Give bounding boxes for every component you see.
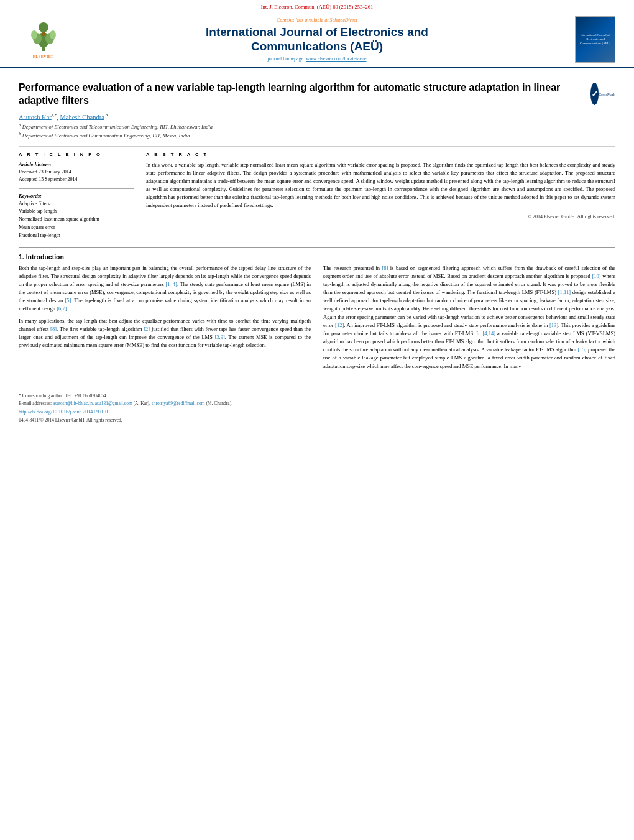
svg-point-7 [39,22,48,32]
homepage-label: journal homepage: [268,56,305,62]
sciencedirect-brand: ScienceDirect [329,17,357,23]
sciencedirect-line: Contents lists available at ScienceDirec… [68,17,566,23]
affiliation-b: b Department of Electronics and Communic… [19,131,615,140]
journal-cover-thumbnail: International Journal of Electronics and… [575,16,615,63]
top-banner: Int. J. Electron. Commun. (AEÜ) 69 (2015… [0,0,634,11]
section-title: 1. Introduction [19,253,615,261]
author-1-name[interactable]: Asutosh Kar [19,113,52,120]
journal-citation: Int. J. Electron. Commun. (AEÜ) 69 (2015… [261,4,374,10]
abstract-column: A B S T R A C T In this work, a variable… [146,152,615,240]
history-title: Article history: [19,161,134,167]
journal-center-info: Contents lists available at ScienceDirec… [68,17,566,62]
ref-2[interactable]: [2] [144,326,150,332]
article-info-abstract-section: A R T I C L E I N F O Article history: R… [19,146,615,240]
doi-url[interactable]: http://dx.doi.org/10.1016/j.aeue.2014.09… [19,409,108,415]
author-1-sup: a,* [52,113,57,118]
ref-8b[interactable]: [8] [382,265,388,271]
sciencedirect-prefix: Contents lists available at [277,17,328,23]
journal-header: ELSEVIER Contents lists available at Sci… [0,11,634,68]
ref-3-9[interactable]: [3,9] [215,334,225,340]
footer-section: * Corresponding author. Tel.: +91 865820… [19,381,615,423]
intro-para-3: The research presented in [8] is based o… [323,264,615,371]
ref-8[interactable]: [8] [50,326,57,332]
ref-4-14[interactable]: [4,14] [482,330,495,336]
journal-title: International Journal of Electronics and… [68,25,566,54]
article-title: Performance evaluation of a new variable… [19,81,590,108]
homepage-url[interactable]: www.elsevier.com/locate/aeue [306,56,366,62]
elsevier-text: ELSEVIER [33,55,54,58]
keyword-4: Mean square error [19,224,134,232]
email-2[interactable]: shrotriya69@rediffmail.com [152,400,205,406]
keyword-2: Variable tap-length [19,208,134,216]
corresponding-author-note: * Corresponding author. Tel.: +91 865820… [19,393,615,400]
svg-point-5 [50,30,56,39]
article-history: Article history: Received 23 January 201… [19,161,134,183]
ref-13[interactable]: [13] [549,322,558,328]
ref-12[interactable]: [12] [335,322,344,328]
crossmark-icon: ✓ [590,83,599,105]
email-1[interactable]: asutosh@iiit-bh.ac.in [53,400,93,406]
crossmark-badge: ✓ CrossMark [590,81,615,106]
journal-title-line1: International Journal of Electronics and [206,25,428,39]
intro-para-1: Both the tap-length and step-size play a… [19,264,311,313]
introduction-section: 1. Introduction Both the tap-length and … [19,247,615,374]
homepage-line: journal homepage: www.elsevier.com/locat… [68,56,566,62]
page-wrapper: Int. J. Electron. Commun. (AEÜ) 69 (2015… [0,0,634,840]
svg-point-4 [31,30,37,39]
article-title-section: Performance evaluation of a new variable… [19,75,615,108]
authors-line: Asutosh Kara,*, Mahesh Chandra b [19,113,615,121]
author-2-sup: b [104,113,108,118]
intro-para-2: In many applications, the tap-length tha… [19,317,311,350]
affiliations: a Department of Electronics and Telecomm… [19,122,615,139]
received-date: Received 23 January 2014 [19,168,134,176]
email-2-author: (M. Chandra). [206,400,232,406]
abstract-text: In this work, a variable-tap length, var… [146,161,615,210]
author-2-name[interactable]: Mahesh Chandra [60,113,104,120]
journal-cover-text: International Journal of Electronics and… [578,34,612,46]
ref-10[interactable]: [10] [592,273,600,279]
keyword-1: Adaptive filters [19,200,134,208]
email-label: E-mail addresses: [19,400,52,406]
article-info-column: A R T I C L E I N F O Article history: R… [19,152,134,240]
doi-line: http://dx.doi.org/10.1016/j.aeue.2014.09… [19,408,615,416]
accepted-date: Accepted 15 September 2014 [19,176,134,183]
journal-cover-area: International Journal of Electronics and… [566,16,615,63]
keyword-5: Fractional tap-length [19,232,134,240]
elsevier-logo-area: ELSEVIER [19,21,68,58]
ref-1-4[interactable]: [1–4] [166,281,177,287]
intro-right-col: The research presented in [8] is based o… [323,264,615,374]
keyword-3: Normalized least mean square algorithm [19,216,134,224]
keywords-title: Keywords: [19,193,134,199]
ref-6-7[interactable]: [6,7] [57,305,67,312]
intro-left-col: Both the tap-length and step-size play a… [19,264,311,374]
email-note: E-mail addresses: asutosh@iiit-bh.ac.in,… [19,400,615,407]
ref-15[interactable]: [15] [578,346,587,353]
main-content: Performance evaluation of a new variable… [0,68,634,435]
footer-divider [19,389,615,389]
abstract-heading: A B S T R A C T [146,152,615,157]
elsevier-tree-icon [25,21,62,52]
email-1-alt[interactable]: asu131@gmail.com [95,400,132,406]
introduction-columns: Both the tap-length and step-size play a… [19,264,615,374]
journal-title-line2: Communications (AEÜ) [251,40,383,53]
affiliation-a: a Department of Electronics and Telecomm… [19,122,615,131]
divider-1 [19,188,134,189]
copyright-line: © 2014 Elsevier GmbH. All rights reserve… [146,214,615,219]
ref-1-11[interactable]: [1,11] [558,289,571,295]
article-info-heading: A R T I C L E I N F O [19,152,134,157]
ref-5[interactable]: [5] [65,297,71,303]
issn-line: 1434-8411/© 2014 Elsevier GmbH. All righ… [19,417,615,423]
